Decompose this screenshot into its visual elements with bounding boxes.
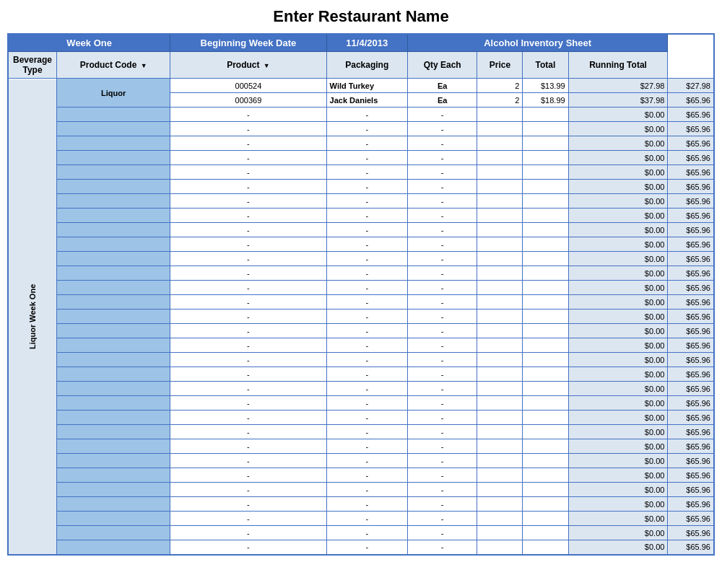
product-empty[interactable]: - [326, 338, 407, 353]
product-empty[interactable]: - [326, 151, 407, 165]
price-empty[interactable] [523, 367, 568, 382]
product-empty[interactable]: - [326, 512, 407, 526]
packaging-empty[interactable]: - [407, 324, 477, 338]
price-empty[interactable] [523, 165, 568, 180]
price-cell[interactable]: $13.99 [523, 79, 568, 93]
packaging-empty[interactable]: - [407, 107, 477, 122]
qty-empty[interactable] [477, 468, 523, 483]
product-code-cell[interactable]: 000369 [170, 93, 326, 107]
packaging-empty[interactable]: - [407, 468, 477, 483]
product-empty[interactable]: - [326, 425, 407, 439]
packaging-empty[interactable]: - [407, 425, 477, 439]
price-empty[interactable] [523, 468, 568, 483]
product-code-empty[interactable]: - [170, 338, 326, 353]
product-code-empty[interactable]: - [170, 295, 326, 310]
packaging-empty[interactable]: - [407, 136, 477, 151]
price-empty[interactable] [523, 136, 568, 151]
product-code-empty[interactable]: - [170, 281, 326, 295]
qty-empty[interactable] [477, 425, 523, 439]
product-code-empty[interactable]: - [170, 497, 326, 512]
qty-cell[interactable]: 2 [477, 93, 523, 107]
qty-empty[interactable] [477, 353, 523, 367]
packaging-cell[interactable]: Ea [407, 93, 477, 107]
product-empty[interactable]: - [326, 266, 407, 281]
packaging-cell[interactable]: Ea [407, 79, 477, 93]
packaging-empty[interactable]: - [407, 266, 477, 281]
packaging-empty[interactable]: - [407, 367, 477, 382]
price-empty[interactable] [523, 310, 568, 324]
product-code-empty[interactable]: - [170, 180, 326, 194]
qty-empty[interactable] [477, 194, 523, 209]
packaging-empty[interactable]: - [407, 382, 477, 396]
packaging-empty[interactable]: - [407, 122, 477, 136]
product-empty[interactable]: - [326, 396, 407, 411]
packaging-empty[interactable]: - [407, 194, 477, 209]
price-empty[interactable] [523, 209, 568, 223]
price-empty[interactable] [523, 396, 568, 411]
packaging-empty[interactable]: - [407, 165, 477, 180]
price-cell[interactable]: $18.99 [523, 93, 568, 107]
price-empty[interactable] [523, 526, 568, 540]
qty-empty[interactable] [477, 165, 523, 180]
price-empty[interactable] [523, 338, 568, 353]
qty-empty[interactable] [477, 223, 523, 237]
qty-empty[interactable] [477, 540, 523, 555]
product-empty[interactable]: - [326, 324, 407, 338]
product-empty[interactable]: - [326, 411, 407, 425]
product-empty[interactable]: - [326, 194, 407, 209]
packaging-empty[interactable]: - [407, 252, 477, 266]
qty-empty[interactable] [477, 526, 523, 540]
qty-empty[interactable] [477, 483, 523, 497]
product-empty[interactable]: - [326, 209, 407, 223]
price-empty[interactable] [523, 439, 568, 454]
qty-empty[interactable] [477, 512, 523, 526]
price-empty[interactable] [523, 180, 568, 194]
packaging-empty[interactable]: - [407, 483, 477, 497]
price-empty[interactable] [523, 454, 568, 468]
qty-empty[interactable] [477, 411, 523, 425]
qty-empty[interactable] [477, 107, 523, 122]
packaging-empty[interactable]: - [407, 540, 477, 555]
packaging-empty[interactable]: - [407, 310, 477, 324]
product-cell[interactable]: Jack Daniels [326, 93, 407, 107]
product-code-empty[interactable]: - [170, 310, 326, 324]
packaging-empty[interactable]: - [407, 281, 477, 295]
price-empty[interactable] [523, 252, 568, 266]
packaging-empty[interactable]: - [407, 526, 477, 540]
price-empty[interactable] [523, 324, 568, 338]
qty-empty[interactable] [477, 151, 523, 165]
product-empty[interactable]: - [326, 310, 407, 324]
qty-empty[interactable] [477, 122, 523, 136]
price-empty[interactable] [523, 151, 568, 165]
qty-empty[interactable] [477, 281, 523, 295]
qty-empty[interactable] [477, 295, 523, 310]
product-empty[interactable]: - [326, 281, 407, 295]
packaging-empty[interactable]: - [407, 237, 477, 252]
product-empty[interactable]: - [326, 223, 407, 237]
product-empty[interactable]: - [326, 165, 407, 180]
qty-empty[interactable] [477, 439, 523, 454]
price-empty[interactable] [523, 353, 568, 367]
product-code-empty[interactable]: - [170, 194, 326, 209]
product-code-empty[interactable]: - [170, 526, 326, 540]
product-code-empty[interactable]: - [170, 324, 326, 338]
qty-empty[interactable] [477, 136, 523, 151]
product-code-empty[interactable]: - [170, 353, 326, 367]
qty-empty[interactable] [477, 338, 523, 353]
qty-empty[interactable] [477, 497, 523, 512]
qty-empty[interactable] [477, 252, 523, 266]
qty-empty[interactable] [477, 324, 523, 338]
packaging-empty[interactable]: - [407, 512, 477, 526]
price-empty[interactable] [523, 122, 568, 136]
qty-empty[interactable] [477, 382, 523, 396]
product-empty[interactable]: - [326, 454, 407, 468]
packaging-empty[interactable]: - [407, 396, 477, 411]
qty-empty[interactable] [477, 209, 523, 223]
product-empty[interactable]: - [326, 382, 407, 396]
product-cell[interactable]: Wild Turkey [326, 79, 407, 93]
packaging-empty[interactable]: - [407, 454, 477, 468]
product-empty[interactable]: - [326, 526, 407, 540]
product-empty[interactable]: - [326, 439, 407, 454]
product-code-empty[interactable]: - [170, 107, 326, 122]
packaging-empty[interactable]: - [407, 151, 477, 165]
